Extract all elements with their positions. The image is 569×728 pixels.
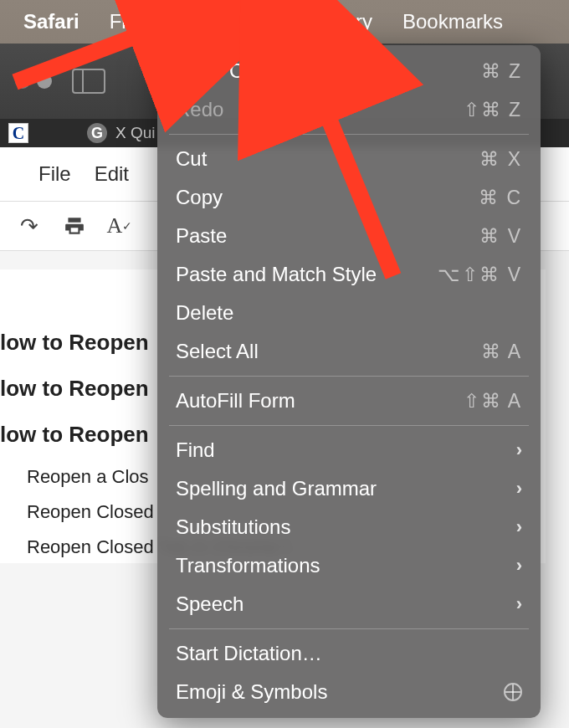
menu-separator bbox=[169, 376, 529, 377]
menu-item-shortcut: ⌘ A bbox=[481, 341, 522, 363]
menu-item-label: Delete bbox=[176, 301, 233, 325]
menu-item-label: Start Dictation… bbox=[176, 642, 322, 665]
menu-select-all[interactable]: Select All ⌘ A bbox=[157, 332, 541, 371]
edit-dropdown-menu: Undo Close Tab ⌘ Z Redo ⇧⌘ Z Cut ⌘ X Cop… bbox=[157, 45, 541, 718]
sidebar-toggle-icon[interactable] bbox=[72, 69, 105, 94]
globe-icon bbox=[504, 683, 522, 701]
menu-item-shortcut: ⌘ V bbox=[479, 225, 522, 248]
menu-find[interactable]: Find › bbox=[157, 431, 541, 469]
app-menu[interactable]: Safari bbox=[8, 5, 95, 38]
menu-item-label: Paste bbox=[176, 224, 227, 248]
window-controls[interactable] bbox=[15, 74, 52, 89]
menu-separator bbox=[169, 134, 529, 135]
menu-item-label: AutoFill Form bbox=[176, 389, 295, 413]
menu-item-label: Find bbox=[176, 438, 215, 462]
chevron-right-icon: › bbox=[516, 478, 522, 500]
menu-separator bbox=[169, 628, 529, 629]
menu-bookmarks[interactable]: Bookmarks bbox=[387, 5, 518, 38]
menu-transformations[interactable]: Transformations › bbox=[157, 546, 541, 585]
menu-autofill-form[interactable]: AutoFill Form ⇧⌘ A bbox=[157, 382, 541, 420]
menu-cut[interactable]: Cut ⌘ X bbox=[157, 140, 541, 178]
menu-redo: Redo ⇧⌘ Z bbox=[157, 90, 541, 129]
menu-substitutions[interactable]: Substitutions › bbox=[157, 508, 541, 546]
menu-delete[interactable]: Delete bbox=[157, 294, 541, 332]
menu-spelling-grammar[interactable]: Spelling and Grammar › bbox=[157, 469, 541, 508]
chevron-right-icon: › bbox=[516, 593, 522, 615]
menu-speech[interactable]: Speech › bbox=[157, 585, 541, 623]
macos-menubar: Safari File Edit View History Bookmarks bbox=[0, 0, 569, 44]
menu-edit[interactable]: Edit bbox=[156, 5, 221, 38]
menu-item-label: Cut bbox=[176, 147, 207, 171]
menu-item-shortcut: ⌘ C bbox=[479, 187, 522, 209]
tab-favicon-g-icon[interactable]: G bbox=[87, 123, 107, 143]
menu-item-label: Transformations bbox=[176, 554, 320, 577]
menu-item-label: Copy bbox=[176, 186, 223, 209]
menu-file[interactable]: File bbox=[95, 5, 157, 38]
doc-menu-edit[interactable]: Edit bbox=[95, 162, 129, 186]
chevron-right-icon: › bbox=[516, 555, 522, 577]
spellcheck-icon[interactable]: A✓ bbox=[107, 213, 132, 238]
tab-title[interactable]: X Qui bbox=[115, 124, 156, 142]
menu-item-label: Select All bbox=[176, 340, 259, 363]
tab-favicon-c-icon[interactable]: C bbox=[8, 123, 28, 143]
menu-item-shortcut: ⌘ X bbox=[479, 148, 522, 171]
menu-paste[interactable]: Paste ⌘ V bbox=[157, 217, 541, 255]
print-icon[interactable] bbox=[62, 213, 87, 238]
menu-item-label: Emoji & Symbols bbox=[176, 680, 327, 704]
menu-item-label: Substitutions bbox=[176, 515, 290, 539]
menu-view[interactable]: View bbox=[222, 5, 295, 38]
chevron-right-icon: › bbox=[516, 439, 522, 461]
menu-item-label: Paste and Match Style bbox=[176, 263, 377, 286]
menu-start-dictation[interactable]: Start Dictation… bbox=[157, 634, 541, 673]
chevron-right-icon: › bbox=[516, 516, 522, 538]
menu-item-label: Spelling and Grammar bbox=[176, 477, 377, 500]
menu-copy[interactable]: Copy ⌘ C bbox=[157, 178, 541, 217]
menu-item-shortcut: ⌘ Z bbox=[481, 60, 522, 83]
menu-emoji-symbols[interactable]: Emoji & Symbols bbox=[157, 673, 541, 711]
menu-history[interactable]: History bbox=[295, 5, 387, 38]
menu-undo-close-tab[interactable]: Undo Close Tab ⌘ Z bbox=[157, 52, 541, 90]
menu-item-shortcut: ⇧⌘ Z bbox=[464, 99, 522, 121]
menu-item-label: Redo bbox=[176, 98, 223, 121]
menu-item-shortcut: ⌥⇧⌘ V bbox=[438, 264, 522, 286]
close-window-icon[interactable] bbox=[15, 74, 30, 89]
minimize-window-icon[interactable] bbox=[37, 74, 52, 89]
menu-item-label: Speech bbox=[176, 592, 243, 616]
redo-icon[interactable]: ↷ bbox=[17, 213, 42, 238]
doc-menu-file[interactable]: File bbox=[38, 162, 71, 186]
menu-item-label: Undo Close Tab bbox=[176, 59, 318, 83]
menu-separator bbox=[169, 425, 529, 426]
menu-item-shortcut: ⇧⌘ A bbox=[464, 390, 522, 413]
menu-paste-match-style[interactable]: Paste and Match Style ⌥⇧⌘ V bbox=[157, 255, 541, 294]
